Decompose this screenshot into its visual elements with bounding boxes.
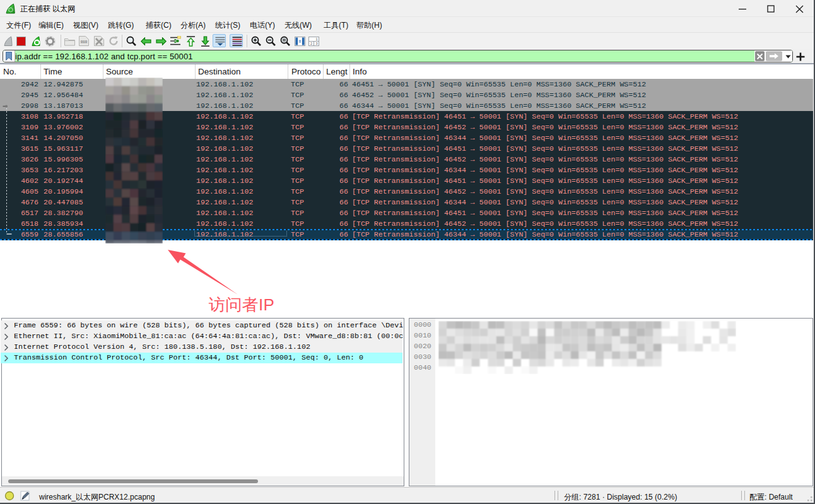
- svg-text:010: 010: [81, 40, 87, 44]
- svg-text:2: 2: [310, 42, 312, 45]
- svg-text:1: 1: [316, 37, 318, 41]
- svg-text:3: 3: [316, 42, 318, 45]
